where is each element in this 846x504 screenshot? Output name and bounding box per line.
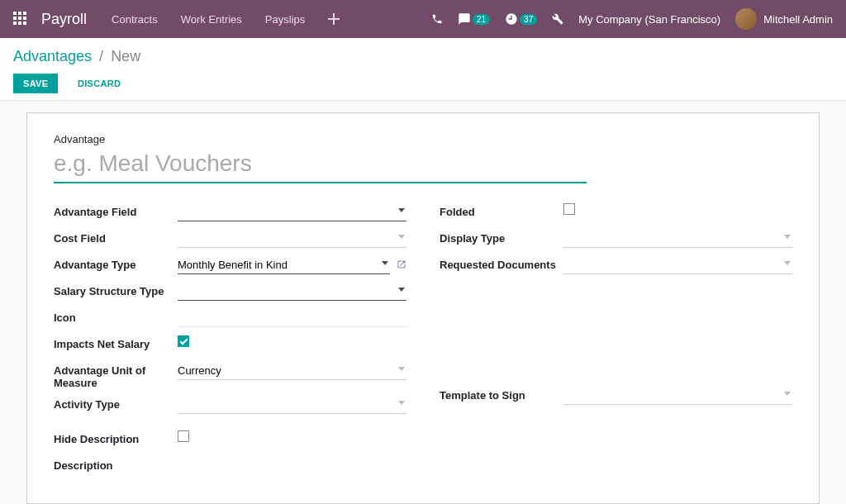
label-icon: Icon [54,309,178,324]
activities-icon[interactable]: 37 [505,12,537,26]
activity-type-input[interactable] [178,396,406,414]
advantage-type-input[interactable] [178,256,390,274]
advantage-uom-input[interactable] [178,362,406,380]
icon-input[interactable] [178,309,406,327]
apps-icon[interactable] [13,12,28,26]
messages-badge: 21 [473,14,490,25]
navbar: Payroll Contracts Work Entries Payslips … [0,0,846,38]
label-advantage-type: Advantage Type [54,256,178,271]
phone-icon[interactable] [431,13,443,25]
save-button[interactable]: SAVE [13,74,58,93]
title-label: Advantage [54,133,792,145]
user-name: Mitchell Admin [763,13,833,26]
nav-link-work-entries[interactable]: Work Entries [181,13,242,26]
label-requested-documents: Requested Documents [440,256,563,271]
advantage-field-input[interactable] [178,203,406,221]
label-impacts-net-salary: Impacts Net Salary [54,335,178,350]
plus-icon[interactable] [328,13,340,25]
activities-badge: 37 [520,14,537,25]
company-switcher[interactable]: My Company (San Francisco) [578,13,720,26]
nav-right: 21 37 My Company (San Francisco) Mitchel… [431,8,833,30]
impacts-net-salary-checkbox[interactable] [178,335,189,347]
label-cost-field: Cost Field [54,230,178,245]
external-link-icon[interactable] [397,259,406,272]
label-template-to-sign: Template to Sign [440,387,563,402]
user-menu[interactable]: Mitchell Admin [735,8,833,30]
label-hide-description: Hide Description [54,430,178,445]
salary-structure-type-input[interactable] [178,283,406,301]
nav-link-payslips[interactable]: Payslips [265,13,305,26]
requested-documents-input[interactable] [563,256,792,274]
label-description: Description [54,457,178,472]
hide-description-checkbox[interactable] [178,430,189,442]
label-advantage-uom: Advantage Unit of Measure [54,362,178,389]
label-activity-type: Activity Type [54,396,178,411]
nav-link-contracts[interactable]: Contracts [112,13,158,26]
breadcrumb-parent[interactable]: Advantages [13,48,92,64]
nav-left: Payroll Contracts Work Entries Payslips [13,11,340,28]
label-display-type: Display Type [440,230,563,245]
tools-icon[interactable] [552,13,563,25]
discard-button[interactable]: DISCARD [68,74,131,93]
form-sheet: Advantage Advantage Field Cost Field [26,112,820,504]
label-folded: Folded [440,203,563,218]
control-panel: Advantages / New SAVE DISCARD [0,38,846,101]
display-type-input[interactable] [563,230,792,248]
app-brand[interactable]: Payroll [41,11,87,28]
label-salary-structure-type: Salary Structure Type [54,283,178,297]
avatar [735,8,757,30]
form-view: Advantage Advantage Field Cost Field [0,101,846,504]
cost-field-input[interactable] [178,230,406,248]
breadcrumb: Advantages / New [13,48,833,65]
breadcrumb-current: New [111,48,140,64]
messages-icon[interactable]: 21 [458,12,490,26]
label-advantage-field: Advantage Field [54,203,178,218]
folded-checkbox[interactable] [563,203,575,215]
advantage-name-input[interactable] [54,147,587,183]
template-to-sign-input[interactable] [563,387,792,405]
